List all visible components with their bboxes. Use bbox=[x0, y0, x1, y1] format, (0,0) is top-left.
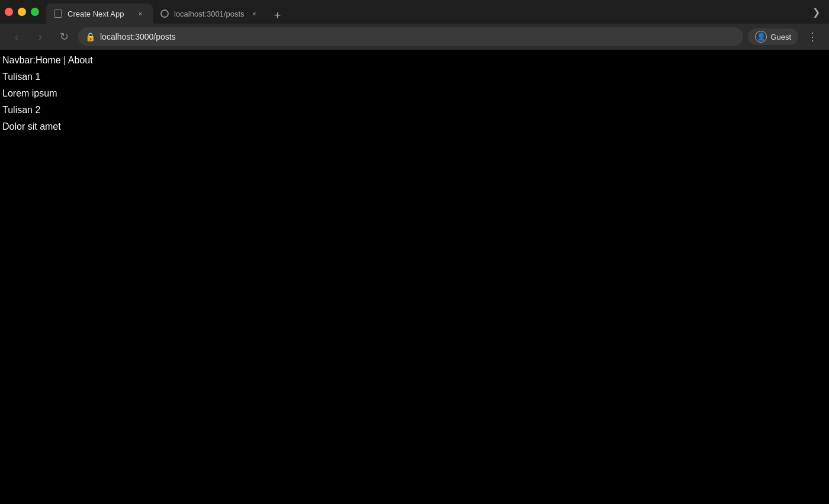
tab-favicon-2 bbox=[160, 9, 169, 18]
page-line: Dolor sit amet bbox=[0, 118, 829, 135]
guest-label: Guest bbox=[770, 33, 791, 41]
guest-button[interactable]: 👤 Guest bbox=[748, 28, 798, 45]
tab-close-1[interactable]: × bbox=[135, 8, 146, 19]
tab-label-1: Create Next App bbox=[68, 9, 130, 18]
page-line: Tulisan 2 bbox=[0, 102, 829, 118]
window-controls bbox=[5, 8, 39, 16]
tab-bar: Create Next App × localhost:3001/posts ×… bbox=[0, 0, 829, 24]
browser-chrome: Create Next App × localhost:3001/posts ×… bbox=[0, 0, 829, 50]
security-icon: 🔒 bbox=[85, 32, 95, 41]
reload-button[interactable]: ↻ bbox=[54, 27, 73, 46]
tab-expand-button[interactable]: ❯ bbox=[808, 4, 824, 20]
tab-label-2: localhost:3001/posts bbox=[174, 9, 245, 18]
address-bar[interactable]: 🔒 localhost:3000/posts bbox=[78, 27, 743, 46]
page-line: Navbar:Home | About bbox=[0, 52, 829, 69]
window-minimize-button[interactable] bbox=[18, 8, 26, 16]
tab-create-next-app[interactable]: Create Next App × bbox=[46, 4, 153, 24]
page-icon bbox=[54, 9, 62, 18]
more-options-button[interactable]: ⋮ bbox=[803, 27, 822, 46]
page-line: Lorem ipsum bbox=[0, 85, 829, 102]
tab-favicon-1 bbox=[53, 9, 63, 18]
back-button[interactable]: ‹ bbox=[7, 27, 26, 46]
tab-localhost-3001[interactable]: localhost:3001/posts × bbox=[153, 4, 267, 24]
page-content: Navbar:Home | AboutTulisan 1Lorem ipsumT… bbox=[0, 50, 829, 135]
nav-bar: ‹ › ↻ 🔒 localhost:3000/posts 👤 Guest ⋮ bbox=[0, 24, 829, 50]
tab-close-2[interactable]: × bbox=[249, 8, 260, 19]
new-tab-button[interactable]: + bbox=[269, 7, 286, 24]
window-close-button[interactable] bbox=[5, 8, 13, 16]
tabs-container: Create Next App × localhost:3001/posts ×… bbox=[46, 0, 808, 24]
circle-icon bbox=[160, 9, 169, 18]
page-line: Tulisan 1 bbox=[0, 69, 829, 85]
address-text: localhost:3000/posts bbox=[100, 32, 736, 41]
guest-avatar-icon: 👤 bbox=[755, 31, 767, 43]
forward-button[interactable]: › bbox=[31, 27, 50, 46]
window-maximize-button[interactable] bbox=[31, 8, 39, 16]
